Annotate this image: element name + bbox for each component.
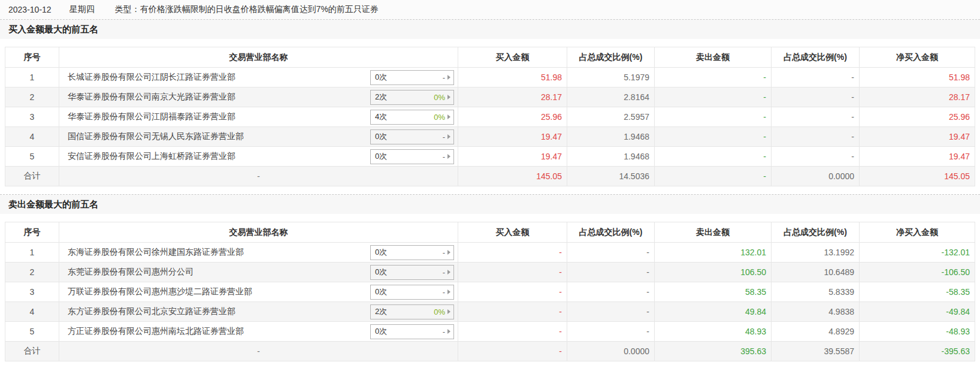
cell-buy-amount: - (458, 263, 567, 282)
cell-net-buy-total: -395.63 (860, 342, 975, 361)
cell-buy-ratio: 1.9468 (567, 147, 655, 167)
cell-buy-ratio: 2.8164 (567, 88, 655, 107)
visit-rate: - (443, 152, 445, 161)
cell-sell-amount: - (655, 127, 772, 147)
chevron-right-icon (447, 329, 450, 334)
visit-rate: 0% (434, 113, 445, 122)
sell-section-title-band: 卖出金额最大的前五名 (0, 195, 980, 214)
visit-count-widget[interactable]: 0次 - (370, 285, 454, 300)
cell-net-buy: 28.17 (860, 88, 975, 107)
col-header-buy-ratio: 占总成交比例(%) (567, 47, 655, 68)
visit-count-widget[interactable]: 0次 - (370, 324, 454, 339)
cell-net-buy: -132.01 (860, 243, 975, 263)
date-type-bar: 2023-10-12 星期四 类型：有价格涨跌幅限制的日收盘价格跌幅偏离值达到7… (0, 0, 980, 20)
visit-count: 0次 (375, 131, 443, 142)
branch-name: 华泰证券股份有限公司南京大光路证券营业部 (68, 92, 235, 102)
visit-count: 2次 (375, 306, 434, 317)
visit-count: 4次 (375, 111, 434, 122)
col-header-no: 序号 (5, 47, 59, 68)
cell-buy-ratio: - (567, 282, 655, 302)
branch-name: 东海证券股份有限公司徐州建国东路证券营业部 (68, 247, 244, 258)
cell-sell-ratio-total: 39.5587 (772, 342, 860, 361)
cell-sell-amount: 132.01 (655, 243, 772, 263)
visit-count-widget[interactable]: 4次 0% (370, 110, 454, 125)
table-row: 1 长城证券股份有限公司江阴长江路证券营业部 0次 - 51.98 5.1979… (5, 68, 975, 88)
cell-buy-amount: - (458, 302, 567, 322)
cell-buy-amount: 19.47 (458, 147, 567, 167)
visit-rate: - (443, 288, 445, 297)
table-row: 4 国信证券股份有限公司无锡人民东路证券营业部 0次 - 19.47 1.946… (5, 127, 975, 147)
cell-buy-amount: - (458, 243, 567, 263)
cell-buy-amount: 19.47 (458, 127, 567, 147)
visit-count-widget[interactable]: 0次 - (370, 70, 454, 85)
branch-name: 方正证券股份有限公司惠州南坛北路证券营业部 (68, 326, 244, 337)
cell-net-buy: -58.35 (860, 282, 975, 302)
visit-count: 0次 (375, 326, 443, 337)
cell-sell-ratio-total: 0.0000 (772, 167, 860, 186)
sell-table-header-row: 序号 交易营业部名称 买入金额 占总成交比例(%) 卖出金额 占总成交比例(%)… (5, 222, 975, 243)
visit-count-widget[interactable]: 0次 - (370, 245, 454, 260)
branch-name: 华泰证券股份有限公司江阴福泰路证券营业部 (68, 111, 235, 122)
total-label: 合计 (5, 167, 59, 186)
list-type-text: 类型：有价格涨跌幅限制的日收盘价格跌幅偏离值达到7%的前五只证券 (115, 4, 379, 15)
trade-weekday: 星期四 (69, 4, 95, 15)
visit-count-widget[interactable]: 2次 0% (370, 90, 454, 105)
cell-sell-amount: - (655, 147, 772, 167)
cell-no: 4 (5, 302, 59, 322)
chevron-right-icon (447, 75, 450, 80)
buy-table-header-row: 序号 交易营业部名称 买入金额 占总成交比例(%) 卖出金额 占总成交比例(%)… (5, 47, 975, 68)
visit-rate: - (443, 268, 445, 277)
chevron-right-icon (447, 270, 450, 275)
branch-name: 东方证券股份有限公司北京安立路证券营业部 (68, 306, 235, 317)
chevron-right-icon (447, 154, 450, 159)
col-header-buy-amount: 买入金额 (458, 222, 567, 243)
cell-buy-amount: 51.98 (458, 68, 567, 88)
cell-no: 1 (5, 243, 59, 263)
visit-rate: 0% (434, 93, 445, 102)
cell-buy-ratio: - (567, 322, 655, 342)
cell-net-buy: 19.47 (860, 127, 975, 147)
table-row: 3 万联证券股份有限公司惠州惠沙堤二路证券营业部 0次 - - - 58.35 … (5, 282, 975, 302)
visit-count-widget[interactable]: 0次 - (370, 265, 454, 280)
visit-count-widget[interactable]: 0次 - (370, 129, 454, 144)
visit-rate: - (443, 73, 445, 82)
visit-rate: 0% (434, 307, 445, 316)
cell-buy-amount: 28.17 (458, 88, 567, 107)
cell-buy-ratio-total: 14.5036 (567, 167, 655, 186)
cell-sell-ratio: 5.8339 (772, 282, 860, 302)
cell-buy-amount: - (458, 322, 567, 342)
cell-sell-ratio: - (772, 107, 860, 127)
col-header-sell-amount: 卖出金额 (655, 47, 772, 68)
visit-count: 0次 (375, 72, 443, 83)
table-row: 2 华泰证券股份有限公司南京大光路证券营业部 2次 0% 28.17 2.816… (5, 88, 975, 107)
total-row: 合计 - 145.05 14.5036 - 0.0000 145.05 (5, 167, 975, 186)
cell-branch-name-total: - (59, 342, 458, 361)
table-row: 3 华泰证券股份有限公司江阴福泰路证券营业部 4次 0% 25.96 2.595… (5, 107, 975, 127)
cell-sell-ratio: 4.8929 (772, 322, 860, 342)
branch-name: 长城证券股份有限公司江阴长江路证券营业部 (68, 72, 235, 83)
cell-no: 2 (5, 263, 59, 282)
table-row: 5 安信证券股份有限公司上海虹桥路证券营业部 0次 - 19.47 1.9468… (5, 147, 975, 167)
cell-no: 5 (5, 147, 59, 167)
cell-sell-amount: - (655, 88, 772, 107)
cell-buy-ratio: - (567, 302, 655, 322)
cell-sell-amount: - (655, 68, 772, 88)
cell-sell-amount: - (655, 107, 772, 127)
cell-sell-ratio: 10.6489 (772, 263, 860, 282)
cell-net-buy: -106.50 (860, 263, 975, 282)
cell-net-buy: 19.47 (860, 147, 975, 167)
trade-date: 2023-10-12 (8, 5, 52, 14)
col-header-sell-ratio: 占总成交比例(%) (772, 222, 860, 243)
table-row: 5 方正证券股份有限公司惠州南坛北路证券营业部 0次 - - - 48.93 4… (5, 322, 975, 342)
visit-count: 0次 (375, 267, 443, 278)
cell-sell-amount: 48.93 (655, 322, 772, 342)
buy-table: 序号 交易营业部名称 买入金额 占总成交比例(%) 卖出金额 占总成交比例(%)… (5, 47, 975, 186)
cell-net-buy: 25.96 (860, 107, 975, 127)
visit-count-widget[interactable]: 2次 0% (370, 304, 454, 319)
branch-name: 国信证券股份有限公司无锡人民东路证券营业部 (68, 131, 244, 142)
cell-sell-ratio: 13.1992 (772, 243, 860, 263)
col-header-sell-amount: 卖出金额 (655, 222, 772, 243)
table-row: 2 东莞证券股份有限公司惠州分公司 0次 - - - 106.50 10.648… (5, 263, 975, 282)
cell-buy-ratio-total: 0.0000 (567, 342, 655, 361)
visit-count-widget[interactable]: 0次 - (370, 149, 454, 164)
